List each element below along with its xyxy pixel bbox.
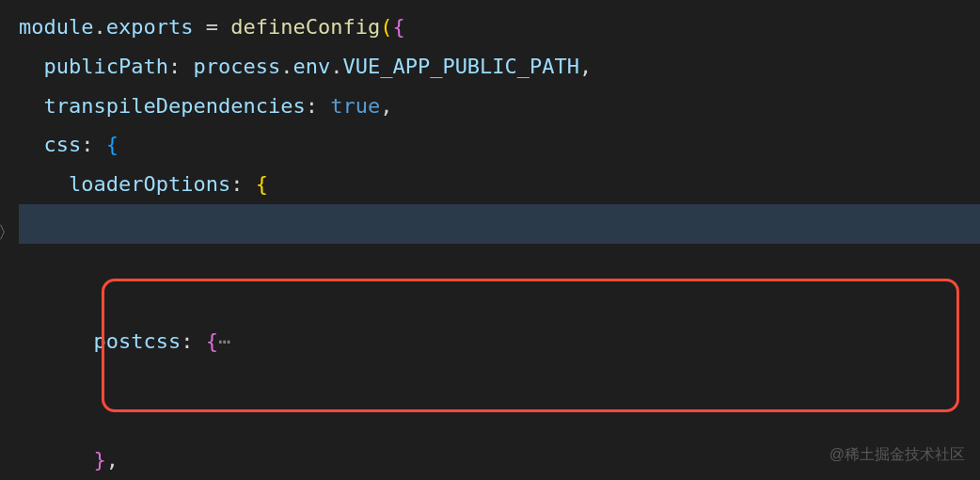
fold-ellipsis-icon[interactable]: ⋯ [218,329,230,353]
code-line-2: publicPath: process.env.VUE_APP_PUBLIC_P… [19,47,980,87]
code-line-7: }, [19,440,980,480]
fold-arrow-icon[interactable]: 〉 [0,216,15,248]
token-css: css [44,133,82,156]
token-module: module [19,15,93,39]
token-exports: exports [106,15,194,39]
token-env-var: VUE_APP_PUBLIC_PATH [342,55,579,78]
code-line-1: module.exports = defineConfig({ [19,8,980,47]
code-line-6: postcss: {⋯ [19,204,980,440]
token-postcss: postcss [93,329,181,353]
code-line-3: transpileDependencies: true, [19,87,980,126]
token-true: true [330,94,380,118]
code-editor[interactable]: 〉 module.exports = defineConfig({ public… [0,0,980,480]
token-publicPath: publicPath [44,55,168,78]
token-transpileDependencies: transpileDependencies [44,94,306,118]
token-defineConfig: defineConfig [230,15,380,39]
code-line-4: css: { [19,125,980,165]
token-loaderOptions: loaderOptions [69,172,230,196]
code-line-5: loaderOptions: { [19,165,980,204]
